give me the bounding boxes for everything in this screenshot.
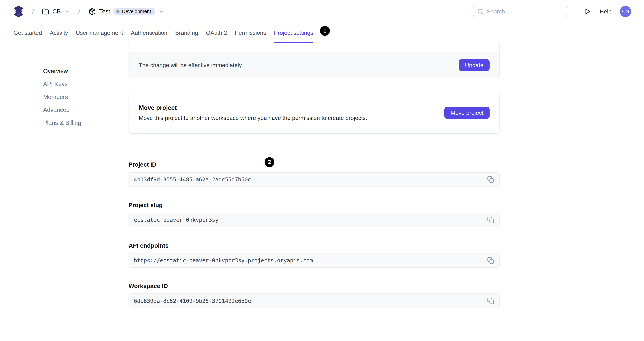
- annotation-badge-2: 2: [264, 157, 274, 167]
- copy-icon[interactable]: [487, 217, 494, 224]
- tab-activity[interactable]: Activity: [50, 23, 68, 43]
- move-project-title: Move project: [139, 104, 367, 111]
- header-actions: Help CN: [473, 6, 631, 17]
- field-value: 6de839da-8c52-4109-9b28-3791492e650e: [134, 298, 251, 304]
- move-project-text: Move project Move this project to anothe…: [139, 104, 367, 121]
- workspace-switcher[interactable]: CB: [42, 8, 70, 15]
- project-name: Test: [99, 8, 110, 15]
- field-label: API endpoints: [128, 242, 500, 249]
- header-divider: [574, 6, 575, 17]
- tab-user-management[interactable]: User management: [76, 23, 123, 43]
- field-api-endpoints: API endpoints https://ecstatic-beaver-0h…: [128, 242, 500, 268]
- field-project-slug: Project slug ecstatic-beaver-0hkvpcr3sy: [128, 202, 500, 227]
- ory-logo-icon[interactable]: [14, 5, 24, 17]
- update-button[interactable]: Update: [459, 59, 490, 71]
- sidebar-item-advanced[interactable]: Advanced: [43, 107, 115, 113]
- environment-dot-icon: [116, 10, 120, 13]
- sidebar-item-api-keys[interactable]: API Keys: [43, 81, 115, 87]
- move-project-button[interactable]: Move project: [444, 107, 490, 119]
- workspace-name: CB: [52, 8, 61, 15]
- environment-badge: Development: [113, 8, 155, 15]
- field-label: Project ID: [128, 161, 500, 168]
- help-button[interactable]: Help: [600, 8, 612, 15]
- field-value-box[interactable]: 4b13df9d-3555-4485-a62a-2adc55d7b50c: [128, 172, 500, 187]
- sidebar-item-members[interactable]: Members: [43, 94, 115, 100]
- project-info-fields: Project ID 4b13df9d-3555-4485-a62a-2adc5…: [128, 161, 500, 308]
- update-card: The change will be effective immediately…: [128, 43, 500, 78]
- tab-oauth2[interactable]: OAuth 2: [206, 23, 227, 43]
- field-value-box[interactable]: ecstatic-beaver-0hkvpcr3sy: [128, 213, 500, 227]
- update-card-footer: The change will be effective immediately…: [129, 52, 500, 78]
- play-icon[interactable]: [584, 8, 591, 15]
- folder-icon: [42, 8, 49, 15]
- sidebar-item-plans-billing[interactable]: Plans & Billing: [43, 120, 115, 126]
- tab-project-settings[interactable]: Project settings: [274, 23, 313, 43]
- field-value: https://ecstatic-beaver-0hkvpcr3sy.proje…: [134, 257, 313, 264]
- search-box[interactable]: [473, 6, 568, 17]
- tab-permissions[interactable]: Permissions: [235, 23, 266, 43]
- field-value-box[interactable]: 6de839da-8c52-4109-9b28-3791492e650e: [128, 294, 500, 308]
- field-value: ecstatic-beaver-0hkvpcr3sy: [134, 217, 218, 223]
- search-input[interactable]: [487, 8, 564, 15]
- tab-get-started[interactable]: Get started: [14, 23, 42, 43]
- field-value: 4b13df9d-3555-4485-a62a-2adc55d7b50c: [134, 176, 251, 183]
- field-value-box[interactable]: https://ecstatic-beaver-0hkvpcr3sy.proje…: [128, 253, 500, 268]
- field-label: Project slug: [128, 202, 500, 209]
- settings-sidebar: Overview API Keys Members Advanced Plans…: [0, 43, 115, 133]
- copy-icon[interactable]: [487, 297, 494, 304]
- update-card-body: [129, 43, 500, 52]
- breadcrumb-separator: /: [32, 7, 34, 15]
- avatar[interactable]: CN: [620, 6, 631, 17]
- sidebar-item-overview[interactable]: Overview: [43, 68, 115, 74]
- chevron-down-icon: [158, 9, 164, 14]
- environment-label: Development: [122, 9, 151, 14]
- copy-icon[interactable]: [487, 176, 494, 183]
- project-switcher[interactable]: Test Development: [88, 8, 164, 15]
- breadcrumb-separator: /: [78, 7, 81, 15]
- move-project-description: Move this project to another workspace w…: [139, 115, 367, 121]
- copy-icon[interactable]: [487, 257, 494, 264]
- move-project-card: Move project Move this project to anothe…: [128, 92, 500, 134]
- annotation-badge-1: 1: [320, 26, 330, 36]
- ory-console-app: / CB /: [0, 0, 644, 341]
- breadcrumb: / CB /: [14, 5, 173, 17]
- field-label: Workspace ID: [128, 283, 500, 289]
- package-icon: [88, 8, 96, 15]
- field-project-id: Project ID 4b13df9d-3555-4485-a62a-2adc5…: [128, 161, 500, 187]
- tab-branding[interactable]: Branding: [175, 23, 198, 43]
- content-area: Overview API Keys Members Advanced Plans…: [0, 43, 644, 323]
- chevron-down-icon: [64, 9, 70, 14]
- app-header: / CB /: [0, 0, 644, 23]
- main-panel: The change will be effective immediately…: [128, 43, 500, 323]
- update-note: The change will be effective immediately: [139, 62, 242, 68]
- field-workspace-id: Workspace ID 6de839da-8c52-4109-9b28-379…: [128, 283, 500, 308]
- tab-authentication[interactable]: Authentication: [131, 23, 168, 43]
- search-icon: [477, 8, 484, 14]
